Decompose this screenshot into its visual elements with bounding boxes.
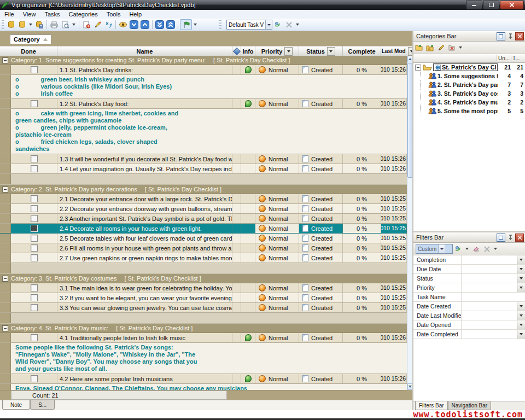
filter-row-task-name[interactable]: Task Name <box>413 293 525 302</box>
collapse-category-icon[interactable] <box>2 276 8 282</box>
filter-row-status[interactable]: Status <box>413 274 525 283</box>
column-name[interactable]: Name <box>57 46 232 56</box>
filter-value[interactable] <box>462 274 517 283</box>
status-filter-dropdown-icon[interactable] <box>327 47 335 56</box>
tree-item-2[interactable]: 2. St. Patrick's Day party 7 7 <box>413 80 525 89</box>
filter-value[interactable] <box>462 293 525 301</box>
filter-value[interactable] <box>462 320 517 329</box>
filter-row-completion[interactable]: Completion <box>413 255 525 265</box>
tab-navigation-bar[interactable]: Navigation Bar <box>448 401 492 410</box>
menu-tasks[interactable]: Tasks <box>40 11 64 18</box>
task-view-combo[interactable]: Default Task V <box>226 20 272 30</box>
new-database-icon[interactable] <box>5 20 16 30</box>
task-row-1-4[interactable]: 1.4 Let your imagination go. Usually St.… <box>0 164 407 174</box>
task-row-3-2[interactable]: 3.2 If you want to be elegant, you can w… <box>0 293 407 303</box>
task-row-2-6[interactable]: 2.6 Fill all rooms in your house with gr… <box>0 243 407 253</box>
task-row-1-3[interactable]: 1.3 It will be wonderful if you decorate… <box>0 154 407 164</box>
vertical-scrollbar[interactable] <box>407 56 412 390</box>
task-row-4-2[interactable]: 4.2 Here are some popular Irish musician… <box>0 374 407 384</box>
filter-row-date-completed[interactable]: Date Completed <box>413 330 525 339</box>
task-row-2-1[interactable]: 2.1 Decorate your entrance door with a l… <box>0 194 407 204</box>
edit-task-icon[interactable] <box>92 20 103 30</box>
edit-category-icon[interactable] <box>435 43 446 52</box>
print-icon[interactable] <box>49 20 60 30</box>
tree-item-5[interactable]: 5. Some the most popular 5 5 <box>413 107 525 115</box>
menu-categories[interactable]: Categories <box>65 11 102 18</box>
checkbox-icon[interactable] <box>31 235 38 242</box>
column-total[interactable]: T... <box>511 55 525 61</box>
panel-restore-icon[interactable] <box>497 234 505 242</box>
checkbox-icon[interactable] <box>31 375 38 382</box>
checkbox-icon[interactable] <box>31 304 38 311</box>
categories-toolbar-overflow-icon[interactable] <box>459 46 462 49</box>
column-info[interactable]: Info <box>241 46 255 56</box>
new-category-icon[interactable] <box>413 43 424 52</box>
new-task-icon[interactable] <box>81 20 92 30</box>
done-cell[interactable] <box>11 65 57 74</box>
filter-row-date-last-modified[interactable]: Date Last Modifie <box>413 311 525 320</box>
task-row-2-3[interactable]: 2.3 Another important St. Patrick's Day … <box>0 214 407 224</box>
minimize-button[interactable] <box>466 1 482 10</box>
maximize-button[interactable] <box>483 1 499 10</box>
tab-subtasks[interactable]: S... <box>30 400 55 410</box>
panel-close-icon[interactable] <box>515 32 524 40</box>
task-row-3-1[interactable]: 3.1 The main idea is to wear green for c… <box>0 283 407 293</box>
menu-view[interactable]: View <box>19 11 40 18</box>
tree-root[interactable]: St. Patrick's Day Checklis 21 21 <box>413 63 525 72</box>
apply-filter-icon[interactable] <box>453 244 464 254</box>
expand-all-icon[interactable] <box>154 20 165 30</box>
filter-dropdown-icon[interactable] <box>517 302 525 311</box>
task-note-1-1[interactable]: o green beer, Irish whiskey and punch o … <box>0 75 407 99</box>
column-unassigned[interactable]: Un... <box>497 55 511 61</box>
tree-item-4[interactable]: 4. St. Patrick's Day music: 2 2 <box>413 98 525 107</box>
menu-file[interactable]: File <box>0 11 19 18</box>
filter-dropdown-icon[interactable] <box>517 311 525 320</box>
priority-filter-dropdown-icon[interactable] <box>284 47 293 56</box>
filter-row-priority[interactable]: Priority <box>413 283 525 293</box>
close-button[interactable] <box>500 1 524 10</box>
filter-value[interactable] <box>462 265 517 273</box>
filter-value[interactable] <box>462 283 517 292</box>
checkbox-icon[interactable] <box>31 244 38 252</box>
done-cell[interactable] <box>11 99 57 108</box>
delete-category-icon[interactable] <box>446 43 457 52</box>
filter-dropdown-icon[interactable] <box>517 283 525 292</box>
tree-item-3[interactable]: 3. St. Patrick's Day costu 3 3 <box>413 89 525 98</box>
column-complete[interactable]: Complete <box>343 46 381 56</box>
apply-filter-dropdown-icon[interactable] <box>465 248 469 250</box>
filter-value[interactable] <box>462 255 517 264</box>
checkbox-icon[interactable] <box>31 225 38 232</box>
task-row-2-2[interactable]: 2.2 Decorate your entrance doorway with … <box>0 204 407 214</box>
category-band-3[interactable]: Category: 3. St. Patrick's Day costumes … <box>0 274 407 283</box>
delete-filter-icon[interactable] <box>481 244 492 254</box>
filter-dropdown-icon[interactable] <box>517 265 525 273</box>
move-up-icon[interactable] <box>139 20 150 30</box>
filter-row-date-created[interactable]: Date Created <box>413 302 525 311</box>
new-subcategory-icon[interactable] <box>424 43 435 52</box>
menu-tools[interactable]: Tools <box>102 11 125 18</box>
tree-item-1[interactable]: 1. Some suggestions for c 4 4 <box>413 72 525 80</box>
task-note-4-2[interactable]: Enya, Sinead O'Connor, Clannad, The Chie… <box>0 384 407 390</box>
checkbox-icon[interactable] <box>31 254 38 261</box>
category-band-2[interactable]: Category: 2. St. Patrick's Day party dec… <box>0 185 407 194</box>
collapse-all-icon[interactable] <box>165 20 176 30</box>
column-done[interactable]: Done <box>0 46 57 56</box>
checkbox-icon[interactable] <box>31 215 38 222</box>
print-dropdown-icon[interactable] <box>72 24 75 26</box>
checkbox-icon[interactable] <box>31 195 38 202</box>
flag-dropdown-icon[interactable] <box>194 24 197 26</box>
filter-preset-dropdown-icon[interactable] <box>438 244 445 253</box>
open-database-icon[interactable] <box>16 20 27 30</box>
menu-help[interactable]: Help <box>125 11 146 18</box>
task-note-4-1[interactable]: Some people like the following St. Patri… <box>0 343 407 374</box>
collapse-category-icon[interactable] <box>2 325 8 331</box>
filter-value[interactable] <box>462 311 517 320</box>
checkbox-icon[interactable] <box>31 155 38 162</box>
tab-filters-bar[interactable]: Filters Bar <box>415 401 448 410</box>
task-row-3-3[interactable]: 3.3 You can wear glowing green jewelry. … <box>0 303 407 313</box>
category-band-1[interactable]: Category: 1. Some suggestions for creati… <box>0 56 407 65</box>
checkbox-icon[interactable] <box>31 284 38 291</box>
column-priority[interactable]: Priority <box>255 46 299 56</box>
tab-note[interactable]: Note <box>2 400 30 410</box>
task-row-2-7[interactable]: 2.7 Use green napkins or green napkin ri… <box>0 253 407 263</box>
